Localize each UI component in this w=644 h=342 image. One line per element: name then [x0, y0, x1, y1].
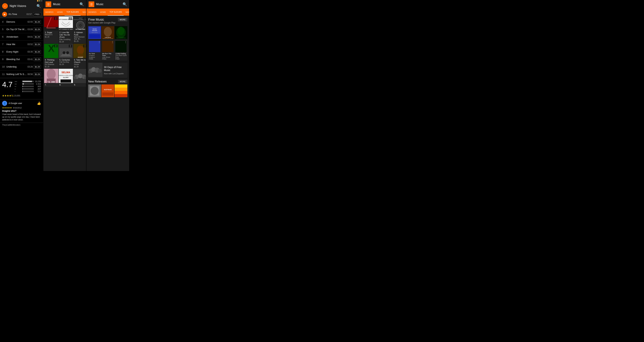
tab-home-right[interactable]: HOME [98, 9, 108, 16]
new-release-card-1[interactable] [88, 84, 101, 97]
thumbs-up-icon[interactable]: 👍 [37, 101, 41, 105]
more-options-icon[interactable]: ⋮ [124, 41, 127, 43]
tab-genres-right[interactable]: GENRES [86, 9, 98, 16]
bar-container [22, 91, 34, 92]
tab-new-releases-right[interactable]: NEW RELEASES [124, 9, 129, 16]
new-releases-grid: Kid Rock [88, 84, 128, 97]
track-number: 6 [2, 36, 6, 38]
album-price: $1.29 [74, 40, 86, 42]
play-button[interactable]: ▶ [2, 12, 7, 17]
promo-title: 30 Days of FreeMusic [104, 66, 124, 72]
more-options-icon[interactable]: ⋮ [54, 45, 58, 47]
reviewer-row2: TheyCaliMeWonders [0, 122, 43, 127]
luke-bryan-art: LUKE BRYAN CRASH MY PARTY DELUXE [102, 26, 114, 39]
new-release-card-3[interactable] [114, 84, 128, 97]
album-card-takemetochurch[interactable]: HOZIER 6. Take Me to Church Hozier $1.29… [73, 44, 86, 68]
album-card-loveme[interactable]: FIFTY SHADES OF GREY FIFTY SHADES OF GRE… [59, 16, 73, 44]
svg-rect-68 [114, 88, 128, 91]
bar-fill [22, 91, 23, 92]
more-options-icon[interactable]: ⋮ [83, 45, 86, 47]
more-options-icon[interactable]: ⋮ [111, 41, 114, 43]
more-options-icon[interactable]: ⋮ [69, 45, 72, 47]
hamburger-menu-right[interactable]: ☰ [88, 2, 94, 7]
search-icon[interactable]: 🔍 [80, 2, 84, 7]
album-card-thinkingout[interactable]: X 4. Thinking Out Loud Ed Sheeran $1.29 … [44, 44, 58, 68]
free-album-thumb-imagine[interactable]: IMAGINE DRAGONS NIGHT VISIONS [88, 26, 101, 39]
track-item[interactable]: 8 Every Night 03:35 $1.29 [0, 48, 43, 56]
track-price[interactable]: $1.29 [34, 20, 41, 24]
track-number: 9 [2, 58, 6, 61]
review-date: 9/16/2012 [13, 107, 22, 109]
album-info: 8. [59, 83, 73, 87]
album-artist: Ed Sheeran [45, 63, 58, 65]
track-item[interactable]: 6 Amsterdam 04:01 $1.29 [0, 33, 43, 41]
track-item[interactable]: 4 Demons 02:55 $1.29 [0, 18, 43, 26]
promo-content: 30 Days of FreeMusic Now with Led Zeppel… [102, 63, 125, 78]
free-album-thumb-bep[interactable]: THE BLACK EYED PEAS THE E.N.D. [114, 26, 128, 39]
tab-top-albums[interactable]: TOP ALBUMS [64, 9, 80, 16]
album-info: 6. Take Me to Church Hozier $1.29 [73, 58, 86, 68]
track-item[interactable]: 5 On Top Of The World 03:09 $1.29 [0, 26, 43, 33]
track-item[interactable]: 10 Underdog 03:26 $1.29 [0, 63, 43, 71]
svg-text:COMMON & JOHN LEGEND: COMMON & JOHN LEGEND [59, 75, 73, 76]
promo-banner[interactable]: 30 Days of FreeMusic Now with Led Zeppel… [88, 63, 128, 78]
track-price[interactable]: $1.29 [34, 28, 41, 31]
newrel3-art [114, 84, 128, 97]
status-bar: 📶 🔋 11 [0, 0, 43, 2]
track-duration: 04:01 [28, 36, 33, 38]
free-album-thumb-lukeb[interactable]: LUKE BRYAN CRASH MY PARTY DELUXE [102, 26, 114, 39]
tab-new-releases[interactable]: NEW RELEASES [80, 9, 86, 16]
album-card-sugar[interactable]: 1. Sugar Maroon 5 $1.29 ⋮ [44, 16, 58, 44]
free-song-card-werun[interactable]: We Run This Town Luke Bryan FREE ⋮ [102, 40, 114, 61]
more-options-icon[interactable]: ⋮ [54, 17, 58, 20]
track-duration: 02:55 [28, 21, 33, 23]
album-card-selma[interactable]: SELMA COMMON & JOHN LEGEND GLORY 8. [59, 69, 73, 87]
track-item[interactable]: 11 Nothing Left To Say / Rocks 08:56 $1.… [0, 71, 43, 78]
free-song-card-igotta[interactable]: I Gotta Feeling The Black Eyed Peas FREE… [114, 40, 128, 61]
back-button[interactable]: ← [2, 3, 8, 9]
album-card-ts1989[interactable]: T.S. 1989 7. [44, 69, 58, 87]
new-releases-more-button[interactable]: MORE [118, 80, 128, 83]
more-options-icon[interactable]: ⋮ [83, 17, 86, 20]
panel-night-visions: 📶 🔋 11 ← Night Visions 🔍 ▶ It's Time 03:… [0, 0, 43, 171]
track-item[interactable]: 7 Hear Me 03:52 $1.29 [0, 41, 43, 48]
svg-text:DRAGONS: DRAGONS [92, 30, 97, 31]
tab-home[interactable]: HOME [55, 9, 64, 16]
band-album-art [73, 69, 86, 83]
bar-fill [22, 81, 32, 82]
svg-text:NIGHT VISIONS: NIGHT VISIONS [92, 32, 98, 33]
new-release-card-2[interactable]: Kid Rock [102, 84, 114, 97]
track-price[interactable]: $1.29 [34, 43, 41, 46]
tab-genres[interactable]: GENRES [44, 9, 55, 16]
free-music-title: Free Music [88, 18, 116, 22]
now-playing-bar[interactable]: ▶ It's Time 03:57 FREE [0, 10, 43, 18]
svg-point-19 [62, 51, 66, 54]
free-music-more-button[interactable]: MORE [118, 18, 128, 21]
album-card-centuries[interactable]: 5. Centuries Fall Out Boy $1.29 ⋮ [59, 44, 73, 68]
track-price[interactable]: $1.29 [34, 50, 41, 54]
svg-point-13 [80, 25, 81, 26]
album-card-uptown[interactable]: MARK RONSON feat. BRUNO MARS UPTOWN FUNK… [73, 16, 86, 44]
free-song-card-itstime[interactable]: It's Time Imagine Dragons FREE ⋮ [88, 40, 101, 61]
track-number: 4 [2, 21, 6, 23]
album-info: 5. Centuries Fall Out Boy $1.29 [59, 58, 73, 66]
track-price[interactable]: $1.29 [34, 73, 41, 76]
track-price[interactable]: $1.29 [34, 35, 41, 39]
search-icon-right[interactable]: 🔍 [122, 2, 127, 7]
album-card-band[interactable]: 9. [73, 69, 86, 87]
album-title-text: 5. Centuries [60, 59, 72, 61]
track-price[interactable]: $1.29 [34, 58, 41, 61]
svg-text:UPTOWN FUNK!: UPTOWN FUNK! [76, 29, 86, 30]
search-icon[interactable]: 🔍 [36, 4, 41, 8]
track-name: Demons [6, 21, 28, 23]
track-price[interactable]: $1.29 [34, 65, 41, 69]
tab-top-albums-right[interactable]: TOP ALBUMS [108, 9, 124, 16]
hamburger-menu[interactable]: ☰ [46, 2, 51, 7]
more-options-icon[interactable]: ⋮ [69, 17, 72, 20]
track-item[interactable]: 9 Bleeding Out 03:41 $1.29 [0, 56, 43, 63]
dots-4: •••• [14, 83, 22, 85]
album-price: $1.29 [45, 36, 58, 38]
album-title-text: 6. Take Me to Church [74, 59, 86, 63]
track-number: 11 [2, 73, 6, 76]
more-options-icon[interactable]: ⋮ [98, 41, 100, 43]
